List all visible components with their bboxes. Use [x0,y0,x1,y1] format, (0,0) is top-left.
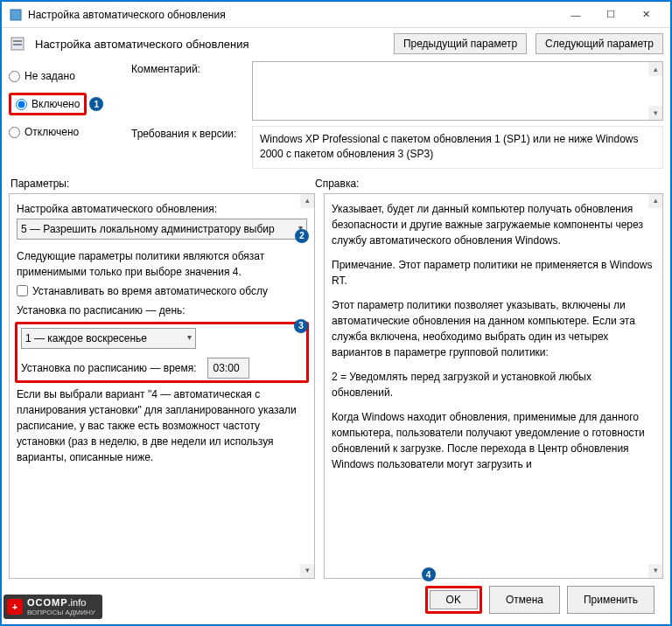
radio-enabled[interactable]: Включено [9,93,87,115]
logo-brand: OCOMP [27,597,68,608]
dialog-window: Настройка автоматического обновления — ☐… [0,0,672,626]
radio-disabled-input[interactable] [9,127,20,138]
comment-textarea[interactable]: ▴ ▾ [252,61,663,121]
logo-tagline: ВОПРОСЫ АДМИНУ [27,609,95,616]
radio-not-configured[interactable]: Не задано [9,70,122,82]
radio-disabled[interactable]: Отключено [9,126,122,138]
help-p1: Указывает, будет ли данный компьютер пол… [332,201,655,248]
app-icon [9,8,23,22]
help-section-label: Справка: [315,177,359,190]
window-title: Настройка автоматического обновления [28,9,558,21]
watermark-logo: + OCOMP.info ВОПРОСЫ АДМИНУ [4,595,102,619]
maintenance-checkbox-label: Устанавливать во время автоматического о… [32,283,268,299]
schedule-day-label: Установка по расписанию — день: [17,303,307,318]
previous-setting-button[interactable]: Предыдущий параметр [394,33,527,54]
scroll-down-icon[interactable]: ▾ [648,564,662,578]
policy-icon [9,35,26,52]
radio-not-configured-label: Не задано [24,70,75,82]
help-p5: Когда Windows находит обновления, примен… [332,409,655,472]
dialog-footer: 4 OK Отмена Применить [9,579,663,621]
help-p2: Примечание. Этот параметр политики не пр… [332,257,655,289]
comment-label: Комментарий: [131,61,245,121]
schedule-time-label: Установка по расписанию — время: [21,360,197,376]
svg-rect-0 [10,10,21,20]
scroll-down-icon[interactable]: ▾ [648,106,662,120]
annotation-badge-1: 1 [89,97,103,111]
requirements-label: Требования к версии: [131,126,245,169]
options-scrollbar[interactable]: ▴ ▾ [300,194,314,578]
help-p3: Этот параметр политики позволяет указыва… [332,297,655,360]
next-setting-button[interactable]: Следующий параметр [536,33,663,54]
ok-button[interactable]: OK [430,590,478,609]
close-button[interactable]: ✕ [628,3,663,27]
radio-enabled-label: Включено [32,98,80,110]
state-radio-group: Не задано Включено 1 Отключено [9,61,122,169]
help-panel: Указывает, будет ли данный компьютер пол… [324,193,663,579]
radio-disabled-label: Отключено [24,126,79,138]
scroll-down-icon[interactable]: ▾ [300,564,314,578]
schedule-time-input[interactable]: 03:00 [207,358,249,379]
radio-not-configured-input[interactable] [9,71,20,82]
titlebar: Настройка автоматического обновления — ☐… [2,2,670,28]
apply-button[interactable]: Применить [567,586,654,614]
svg-rect-3 [13,44,22,45]
options-tail-text: Если вы выбрали вариант "4 — автоматичес… [17,386,307,465]
policy-title: Настройка автоматического обновления [35,38,385,51]
schedule-day-dropdown[interactable]: 1 — каждое воскресенье [21,328,196,349]
comment-scrollbar[interactable]: ▴ ▾ [648,62,662,120]
plus-icon: + [7,599,23,615]
maximize-button[interactable]: ☐ [593,3,628,27]
help-scrollbar[interactable]: ▴ ▾ [648,194,662,578]
scroll-up-icon[interactable]: ▴ [648,62,662,76]
requirements-text: Windows XP Professional с пакетом обновл… [252,126,663,169]
maintenance-checkbox[interactable] [17,285,28,296]
options-section-label: Параметры: [9,177,315,190]
options-panel: Настройка автоматического обновления: 5 … [9,193,315,579]
minimize-button[interactable]: — [558,3,593,27]
maintenance-checkbox-row[interactable]: Устанавливать во время автоматического о… [17,283,307,299]
policy-note-text: Следующие параметры политики являются об… [17,248,307,280]
radio-enabled-input[interactable] [16,99,27,110]
scroll-up-icon[interactable]: ▴ [648,194,662,208]
svg-rect-2 [13,40,22,42]
schedule-highlight: 3 1 — каждое воскресенье Установка по ра… [15,322,309,383]
annotation-badge-4: 4 [422,567,436,581]
logo-suffix: .info [68,597,87,608]
cancel-button[interactable]: Отмена [489,586,560,614]
options-heading: Настройка автоматического обновления: [17,201,307,217]
help-p4: 2 = Уведомлять перед загрузкой и установ… [332,369,655,400]
update-mode-dropdown[interactable]: 5 — Разрешить локальному администратору … [17,219,307,240]
scroll-up-icon[interactable]: ▴ [300,194,314,208]
